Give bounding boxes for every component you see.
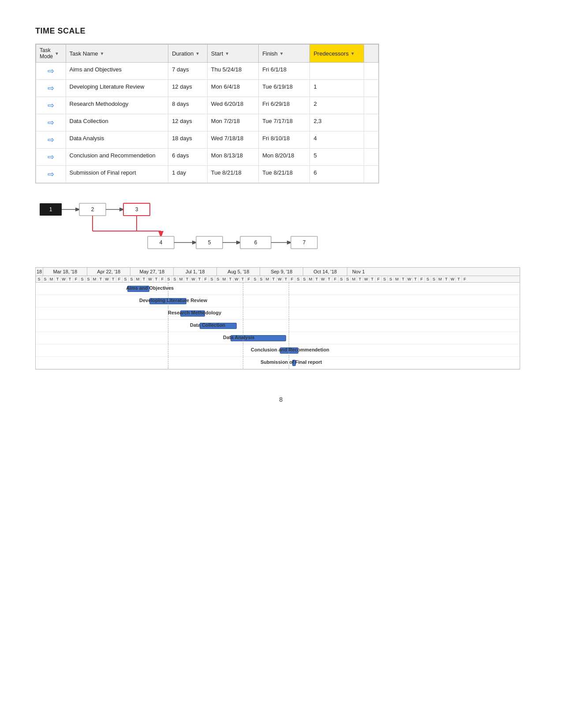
- svg-text:2: 2: [91, 206, 94, 213]
- col-header-start: Start ▼: [207, 45, 258, 63]
- gantt-vline: [243, 295, 243, 307]
- gantt-task-label: Submission of Final report: [261, 359, 322, 365]
- gantt-vline: [243, 320, 243, 332]
- gantt-vline: [168, 357, 168, 369]
- duration-dropdown-icon[interactable]: ▼: [195, 51, 200, 56]
- gantt-day-cell: W: [233, 276, 239, 282]
- svg-text:4: 4: [160, 239, 163, 246]
- task-mode-icon: ⇨: [48, 118, 54, 127]
- task-name-dropdown-icon[interactable]: ▼: [100, 51, 104, 56]
- gantt-day-cell: T: [412, 276, 418, 282]
- gantt-day-cell: T: [97, 276, 104, 282]
- gantt-day-cell: F: [246, 276, 252, 282]
- task-mode-cell: ⇨: [36, 80, 66, 97]
- gantt-day-cell: W: [104, 276, 110, 282]
- col-header-task-mode: Task Mode ▼: [36, 45, 66, 63]
- task-table-container: Task Mode ▼ Task Name ▼ Duration ▼: [35, 44, 379, 183]
- gantt-task-label: Data Collection: [190, 322, 225, 328]
- gantt-day-cell: S: [424, 276, 431, 282]
- gantt-day-cell: M: [48, 276, 54, 282]
- page-number: 8: [35, 396, 527, 403]
- gantt-day-cell: T: [110, 276, 116, 282]
- finish-cell: Fri 6/1/18: [259, 63, 310, 80]
- gantt-task-row: Research Methodology: [36, 307, 520, 320]
- gantt-task-row: Developing Literature Review: [36, 295, 520, 307]
- finish-cell: Fri 6/29/18: [259, 97, 310, 114]
- task-mode-icon: ⇨: [48, 67, 54, 75]
- duration-cell: 18 days: [168, 131, 208, 149]
- task-mode-cell: ⇨: [36, 114, 66, 131]
- gantt-day-cell: F: [202, 276, 208, 282]
- task-mode-icon: ⇨: [48, 153, 54, 161]
- network-diagram: 1 2 3 4 5 6 7: [35, 197, 379, 254]
- gantt-month-apr: Apr 22, '18: [87, 268, 130, 276]
- gantt-day-cell: T: [270, 276, 276, 282]
- predecessors-cell: 2: [310, 97, 364, 114]
- duration-cell: 7 days: [168, 63, 208, 80]
- task-name-cell: Data Collection: [66, 114, 168, 131]
- table-row: ⇨Developing Literature Review12 daysMon …: [36, 80, 379, 97]
- gantt-days-row: SSMTWTFSSMTWTFSSMTWTFSSMTWTFSSMTWTFSSMTW…: [36, 276, 520, 283]
- gantt-day-cell: S: [338, 276, 344, 282]
- gantt-vline: [289, 283, 289, 295]
- gantt-day-cell: F: [375, 276, 381, 282]
- gantt-day-cell: T: [357, 276, 363, 282]
- gantt-day-cell: M: [350, 276, 357, 282]
- gantt-task-label: Data Analysis: [223, 335, 255, 340]
- gantt-day-cell: T: [455, 276, 462, 282]
- gantt-day-cell: M: [264, 276, 270, 282]
- svg-text:3: 3: [135, 206, 138, 213]
- finish-cell: Tue 8/21/18: [259, 166, 310, 183]
- gantt-chart: 18 Mar 18, '18 Apr 22, '18 May 27, '18 J…: [35, 267, 520, 370]
- gantt-task-row: Data Analysis: [36, 332, 520, 344]
- gantt-day-cell: W: [190, 276, 196, 282]
- gantt-vline: [243, 283, 243, 295]
- duration-cell: 12 days: [168, 114, 208, 131]
- task-mode-dropdown-icon[interactable]: ▼: [55, 51, 59, 56]
- table-row: ⇨Data Collection12 daysMon 7/2/18Tue 7/1…: [36, 114, 379, 131]
- task-mode-cell: ⇨: [36, 131, 66, 149]
- duration-cell: 1 day: [168, 166, 208, 183]
- gantt-day-cell: W: [449, 276, 455, 282]
- gantt-day-cell: M: [437, 276, 443, 282]
- gantt-day-cell: T: [326, 276, 332, 282]
- gantt-day-cell: T: [67, 276, 73, 282]
- duration-cell: 6 days: [168, 149, 208, 166]
- gantt-day-cell: W: [363, 276, 369, 282]
- start-cell: Wed 6/20/18: [207, 97, 258, 114]
- task-mode-icon: ⇨: [48, 84, 54, 93]
- gantt-task-row: Aims and Objectives: [36, 283, 520, 295]
- gantt-task-row: Data Collection: [36, 320, 520, 332]
- gantt-body: Aims and ObjectivesDeveloping Literature…: [36, 283, 520, 369]
- start-cell: Tue 8/21/18: [207, 166, 258, 183]
- gantt-vline: [289, 295, 289, 307]
- gantt-day-cell: M: [307, 276, 313, 282]
- gantt-vline: [289, 320, 289, 332]
- gantt-day-cell: S: [171, 276, 178, 282]
- gantt-day-cell: F: [73, 276, 79, 282]
- gantt-day-cell: T: [313, 276, 320, 282]
- gantt-month-jul: Jul 1, '18: [174, 268, 217, 276]
- extra-cell: [364, 131, 378, 149]
- start-dropdown-icon[interactable]: ▼: [225, 51, 229, 56]
- table-row: ⇨Data Analysis18 daysWed 7/18/18Fri 8/10…: [36, 131, 379, 149]
- gantt-month-aug: Aug 5, '18: [217, 268, 260, 276]
- gantt-day-cell: T: [196, 276, 202, 282]
- task-name-cell: Developing Literature Review: [66, 80, 168, 97]
- gantt-task-label: Research Methodology: [168, 310, 221, 315]
- task-mode-cell: ⇨: [36, 149, 66, 166]
- finish-dropdown-icon[interactable]: ▼: [279, 51, 284, 56]
- extra-cell: [364, 149, 378, 166]
- col-header-task-name: Task Name ▼: [66, 45, 168, 63]
- table-row: ⇨Conclusion and Recommendetion6 daysMon …: [36, 149, 379, 166]
- gantt-day-cell: W: [147, 276, 153, 282]
- svg-text:1: 1: [49, 206, 52, 213]
- gantt-day-cell: S: [36, 276, 42, 282]
- predecessors-cell: 1: [310, 80, 364, 97]
- gantt-day-cell: S: [85, 276, 91, 282]
- task-name-cell: Research Methodology: [66, 97, 168, 114]
- predecessors-dropdown-icon[interactable]: ▼: [350, 51, 355, 56]
- gantt-task-row: Submission of Final report: [36, 357, 520, 369]
- gantt-task-label: Developing Literature Review: [139, 298, 207, 303]
- gantt-vline: [289, 307, 289, 319]
